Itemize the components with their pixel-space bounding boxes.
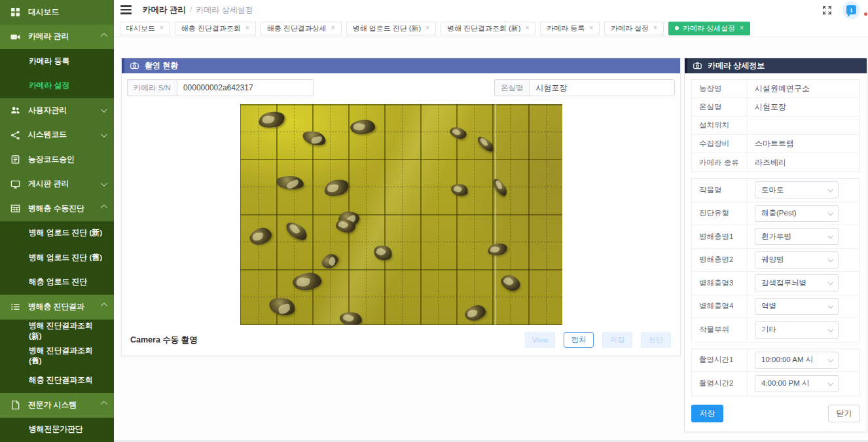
sidebar-item-camera-management[interactable]: 카메라 관리: [0, 25, 114, 50]
camera-inputs-row: 카메라 S/N 온실명: [127, 79, 675, 96]
sidebar-item-farm-code-approval[interactable]: 농장코드승인: [0, 147, 114, 172]
select-병해충명1[interactable]: 흰가루병: [755, 228, 839, 245]
greenhouse-name-input[interactable]: [530, 79, 676, 96]
hamburger-menu-icon[interactable]: [120, 5, 132, 14]
fullscreen-icon[interactable]: [822, 5, 832, 15]
capture-status-panel-body: 카메라 S/N 온실명 Camera 수동 촬영 View캡처저장진단: [122, 73, 680, 356]
camera-detail-panel: 카메라 상세정보 농장명시설원예연구소온실명시험포장설치위치수집장비스마트트랩카…: [684, 58, 867, 432]
insect-blob: [283, 219, 310, 243]
insect-blob: [450, 183, 469, 197]
sidebar-item-pest-diagnosis-results[interactable]: 병해충 진단결과: [0, 295, 114, 320]
sidebar-item-disease-result-query-new[interactable]: 병해 진단결과조회 (新): [0, 320, 114, 344]
save-button[interactable]: 저장: [691, 405, 723, 422]
camera-icon: [693, 62, 702, 70]
sidebar-item-camera-settings[interactable]: 카메라 설정: [0, 74, 114, 99]
detail-row-label: 온실명: [692, 98, 748, 116]
detail-row-label: 작물명: [692, 179, 748, 202]
view-button[interactable]: View: [525, 332, 555, 348]
detail-panel-buttons: 저장 닫기: [691, 405, 860, 422]
chevron-down-icon: [827, 357, 833, 362]
tab-해충 진단결과상세[interactable]: 해충 진단결과상세×: [261, 22, 342, 35]
tab-카메라 상세설정[interactable]: 카메라 상세설정×: [668, 22, 750, 35]
tab-카메라 설정[interactable]: 카메라 설정×: [604, 22, 664, 35]
저장-button[interactable]: 저장: [602, 332, 632, 348]
insect-blob: [291, 271, 322, 292]
topbar-actions: i: [822, 1, 860, 19]
insect-blob: [322, 177, 350, 198]
tab-close-icon[interactable]: ×: [589, 25, 593, 31]
tab-close-icon[interactable]: ×: [740, 25, 744, 31]
select-value: 궤양병: [761, 255, 784, 265]
select-작물부위[interactable]: 기타: [755, 322, 839, 339]
tab-병해 진단결과조회 (新)[interactable]: 병해 진단결과조회 (新)×: [441, 22, 535, 35]
main-column: 카메라 관리 / 카메라 상세설정 i 대시보드×해충 진단결과조회×해충 진단…: [114, 0, 868, 442]
sidebar-item-disease-upload-diagnosis-old[interactable]: 병해 업로드 진단 (舊): [0, 246, 114, 270]
tab-close-icon[interactable]: ×: [425, 25, 429, 31]
tab-close-icon[interactable]: ×: [331, 25, 335, 31]
select-value: 기타: [761, 325, 776, 335]
breadcrumb-section: 카메라 관리: [143, 5, 186, 16]
sidebar-item-pest-upload-diagnosis[interactable]: 해충 업로드 진단: [0, 270, 114, 295]
select-작물명[interactable]: 토마토: [755, 181, 839, 198]
grid-dashed-line: [510, 104, 511, 325]
tab-close-icon[interactable]: ×: [160, 25, 164, 31]
sidebar-item-label: 병해충 진단결과: [28, 302, 84, 312]
tab-label: 병해 업로드 진단 (新): [353, 24, 422, 33]
sidebar-item-dashboard[interactable]: 대시보드: [0, 0, 114, 25]
sidebar-item-user-management[interactable]: 사용자관리: [0, 98, 114, 123]
detail-row: 병해충명4역병: [692, 295, 859, 319]
sidebar-item-pest-manual-diagnosis[interactable]: 병해충 수동진단: [0, 196, 114, 221]
detail-row: 농장명시설원예연구소: [692, 80, 859, 98]
tab-해충 진단결과조회[interactable]: 해충 진단결과조회×: [175, 22, 256, 35]
chevron-down-icon: [827, 303, 833, 308]
sidebar-item-disease-upload-diagnosis-new[interactable]: 병해 업로드 진단 (新): [0, 221, 114, 246]
select-촬영시간1[interactable]: 10:00:00 AM 시: [755, 352, 839, 369]
users-icon: [10, 105, 21, 116]
insect-blob: [372, 244, 393, 262]
chevron-up-icon: [101, 33, 107, 39]
sidebar-item-pest-result-query[interactable]: 해충 진단결과조회: [0, 369, 114, 394]
trap-sheet-seam: [494, 104, 497, 325]
sidebar-item-disease-expert-judgement[interactable]: 병해전문가판단: [0, 418, 114, 442]
sidebar-item-label: 전문가 시스템: [28, 400, 77, 411]
sidebar-item-label: 게시판 관리: [28, 179, 69, 189]
close-button[interactable]: 닫기: [828, 405, 860, 422]
chat-info-icon[interactable]: i: [842, 1, 860, 19]
table-icon: [10, 204, 21, 214]
detail-row-label: 농장명: [692, 80, 748, 98]
detail-row-value: 라즈베리: [748, 153, 786, 172]
tab-close-icon[interactable]: ×: [525, 25, 529, 31]
select-병해충명2[interactable]: 궤양병: [755, 251, 839, 268]
select-진단유형[interactable]: 해충(Pest): [755, 205, 839, 222]
camera-sn-group: 카메라 S/N: [127, 79, 314, 96]
capture-buttons: View캡처저장진단: [525, 332, 671, 348]
select-촬영시간2[interactable]: 4:00:00 PM 시: [755, 375, 839, 392]
detail-row: 촬영시간110:00:00 AM 시: [692, 349, 859, 373]
진단-button[interactable]: 진단: [641, 332, 671, 348]
sidebar: 대시보드카메라 관리카메라 등록카메라 설정사용자관리시스템코드농장코드승인게시…: [0, 0, 114, 442]
breadcrumb-separator: /: [190, 5, 192, 14]
select-value: 갈색점무늬병: [761, 278, 806, 288]
sidebar-item-disease-result-query-old[interactable]: 병해 진단결과조회 (舊): [0, 344, 114, 369]
sidebar-item-board-management[interactable]: 게시판 관리: [0, 172, 114, 197]
sidebar-item-system-code[interactable]: 시스템코드: [0, 123, 114, 148]
select-병해충명3[interactable]: 갈색점무늬병: [755, 274, 839, 291]
insect-blob: [257, 110, 286, 130]
tab-label: 해충 진단결과상세: [267, 24, 327, 33]
detail-row-value: 스마트트랩: [748, 135, 794, 153]
tab-close-icon[interactable]: ×: [245, 25, 249, 31]
grid-dashed-line: [330, 104, 331, 325]
camera-detail-panel-header: 카메라 상세정보: [685, 58, 867, 73]
insect-blob: [339, 312, 363, 325]
tab-병해 업로드 진단 (新)[interactable]: 병해 업로드 진단 (新)×: [346, 22, 436, 35]
sidebar-item-camera-register[interactable]: 카메라 등록: [0, 49, 114, 74]
camera-sn-input[interactable]: [177, 79, 314, 96]
select-병해충명4[interactable]: 역병: [755, 298, 839, 315]
tab-대시보드[interactable]: 대시보드×: [120, 22, 170, 35]
캡처-button[interactable]: 캡처: [564, 332, 594, 348]
sidebar-item-expert-system[interactable]: 전문가 시스템: [0, 393, 114, 418]
detail-row-label: 병해충명1: [692, 225, 748, 248]
tab-label: 카메라 등록: [547, 24, 585, 33]
tab-카메라 등록[interactable]: 카메라 등록×: [540, 22, 600, 35]
tab-close-icon[interactable]: ×: [653, 25, 657, 31]
